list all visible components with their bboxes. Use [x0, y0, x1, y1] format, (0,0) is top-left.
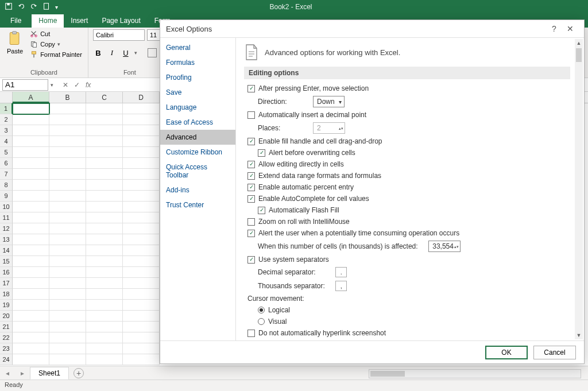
- cell[interactable]: [13, 311, 49, 322]
- font-name-input[interactable]: [93, 29, 145, 41]
- cell[interactable]: [86, 191, 123, 202]
- cell[interactable]: [123, 212, 160, 223]
- cell[interactable]: [86, 158, 123, 169]
- decimal-separator-input[interactable]: .: [335, 267, 347, 277]
- cell[interactable]: [123, 289, 160, 300]
- tab-insert[interactable]: Insert: [64, 14, 95, 28]
- cell[interactable]: [49, 354, 86, 365]
- cell[interactable]: [123, 202, 160, 212]
- row-header[interactable]: 9: [0, 191, 13, 202]
- cell[interactable]: [86, 289, 123, 300]
- checkbox-flash-fill[interactable]: [258, 207, 265, 214]
- cell[interactable]: [49, 256, 86, 267]
- cell[interactable]: [13, 354, 49, 365]
- tab-home[interactable]: Home: [32, 14, 64, 28]
- cell[interactable]: [49, 147, 86, 158]
- dialog-nav-quick-access-toolbar[interactable]: Quick Access Toolbar: [160, 160, 235, 183]
- row-header[interactable]: 18: [0, 289, 13, 300]
- radio-cursor-visual[interactable]: [258, 318, 265, 325]
- underline-button[interactable]: U: [121, 48, 131, 58]
- cancel-formula-icon[interactable]: ✕: [63, 81, 68, 89]
- name-box[interactable]: [2, 79, 48, 91]
- tab-file[interactable]: File: [3, 14, 32, 28]
- cell[interactable]: [123, 332, 160, 343]
- cell[interactable]: [123, 191, 160, 202]
- row-header[interactable]: 13: [0, 234, 13, 245]
- row-header[interactable]: 11: [0, 212, 13, 223]
- cell[interactable]: [13, 191, 49, 202]
- cell[interactable]: [86, 300, 123, 311]
- cell[interactable]: [49, 212, 86, 223]
- cell[interactable]: [13, 136, 49, 147]
- cell[interactable]: [13, 267, 49, 278]
- cell[interactable]: [49, 136, 86, 147]
- row-header[interactable]: 20: [0, 311, 13, 322]
- dialog-nav-add-ins[interactable]: Add-ins: [160, 183, 235, 198]
- direction-dropdown[interactable]: Down: [313, 96, 345, 107]
- dialog-nav-trust-center[interactable]: Trust Center: [160, 198, 235, 212]
- cell[interactable]: [123, 267, 160, 278]
- cell[interactable]: [86, 114, 123, 125]
- horizontal-scrollbar[interactable]: [369, 369, 581, 378]
- cell[interactable]: [123, 311, 160, 322]
- cell[interactable]: [86, 278, 123, 289]
- cell[interactable]: [49, 202, 86, 212]
- cell[interactable]: [13, 158, 49, 169]
- cell[interactable]: [13, 289, 49, 300]
- row-header[interactable]: 17: [0, 278, 13, 289]
- dialog-nav-save[interactable]: Save: [160, 85, 235, 100]
- row-header[interactable]: 16: [0, 267, 13, 278]
- cell[interactable]: [86, 223, 123, 234]
- cell[interactable]: [86, 147, 123, 158]
- cell[interactable]: [49, 322, 86, 332]
- cell[interactable]: [13, 256, 49, 267]
- cell[interactable]: [13, 103, 49, 114]
- cell[interactable]: [49, 169, 86, 180]
- dialog-nav-proofing[interactable]: Proofing: [160, 70, 235, 85]
- cell[interactable]: [13, 234, 49, 245]
- row-header[interactable]: 8: [0, 180, 13, 191]
- cell[interactable]: [123, 136, 160, 147]
- cell[interactable]: [123, 103, 160, 114]
- enter-formula-icon[interactable]: ✓: [74, 81, 80, 89]
- dialog-nav-language[interactable]: Language: [160, 100, 235, 115]
- row-header[interactable]: 19: [0, 300, 13, 311]
- dialog-vertical-scrollbar[interactable]: ▲ ▼: [575, 39, 583, 339]
- row-header[interactable]: 5: [0, 147, 13, 158]
- dialog-close-button[interactable]: ✕: [562, 24, 578, 33]
- select-all-corner[interactable]: [0, 92, 13, 103]
- fx-icon[interactable]: fx: [86, 81, 91, 89]
- format-painter-button[interactable]: Format Painter: [29, 50, 83, 59]
- cell[interactable]: [13, 300, 49, 311]
- checkbox-system-separators[interactable]: [247, 256, 255, 264]
- cell[interactable]: [49, 278, 86, 289]
- cell[interactable]: [13, 245, 49, 256]
- cell[interactable]: [86, 169, 123, 180]
- cell[interactable]: [49, 114, 86, 125]
- redo-icon[interactable]: [30, 2, 38, 12]
- cell[interactable]: [13, 169, 49, 180]
- ok-button[interactable]: OK: [485, 346, 528, 359]
- dialog-nav-general[interactable]: General: [160, 40, 235, 55]
- checkbox-fill-handle[interactable]: [247, 138, 255, 145]
- row-header[interactable]: 15: [0, 256, 13, 267]
- border-button[interactable]: [148, 48, 157, 57]
- row-header[interactable]: 4: [0, 136, 13, 147]
- dialog-nav-ease-of-access[interactable]: Ease of Access: [160, 115, 235, 130]
- col-header-a[interactable]: A: [13, 92, 49, 103]
- cell[interactable]: [86, 245, 123, 256]
- cell[interactable]: [123, 278, 160, 289]
- cell[interactable]: [123, 147, 160, 158]
- cell[interactable]: [86, 332, 123, 343]
- cell[interactable]: [49, 289, 86, 300]
- new-icon[interactable]: [42, 2, 51, 12]
- row-header[interactable]: 23: [0, 343, 13, 354]
- row-header[interactable]: 7: [0, 169, 13, 180]
- cell[interactable]: [49, 125, 86, 136]
- cell[interactable]: [13, 202, 49, 212]
- checkbox-extend-formats[interactable]: [247, 172, 255, 180]
- undo-icon[interactable]: [17, 2, 25, 12]
- row-header[interactable]: 24: [0, 354, 13, 365]
- cell[interactable]: [123, 114, 160, 125]
- dialog-nav-customize-ribbon[interactable]: Customize Ribbon: [160, 145, 235, 160]
